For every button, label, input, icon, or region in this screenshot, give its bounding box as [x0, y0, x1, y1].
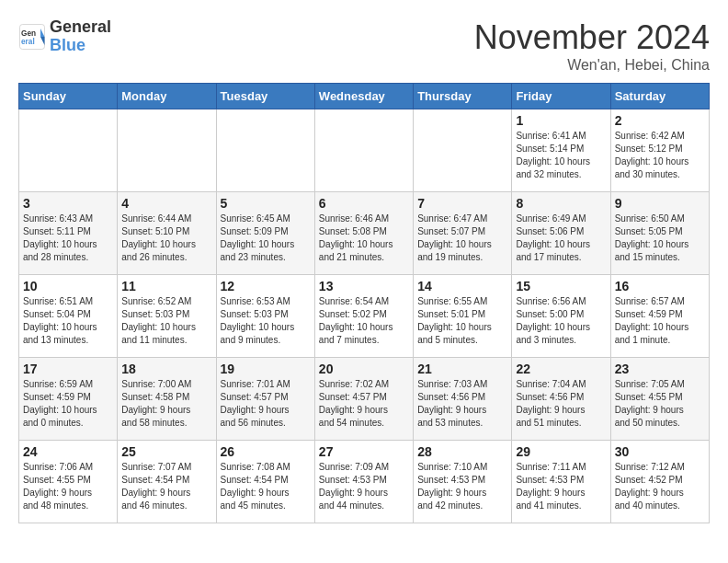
- day-info: Sunrise: 6:59 AM Sunset: 4:59 PM Dayligh…: [23, 378, 113, 430]
- day-cell: 15Sunrise: 6:56 AM Sunset: 5:00 PM Dayli…: [512, 275, 610, 358]
- week-row-1: 1Sunrise: 6:41 AM Sunset: 5:14 PM Daylig…: [19, 109, 710, 192]
- day-number: 22: [516, 362, 606, 376]
- day-number: 29: [516, 444, 606, 459]
- day-cell: 6Sunrise: 6:46 AM Sunset: 5:08 PM Daylig…: [314, 192, 413, 275]
- day-cell: 13Sunrise: 6:54 AM Sunset: 5:02 PM Dayli…: [314, 275, 413, 358]
- day-number: 20: [319, 362, 409, 376]
- day-info: Sunrise: 7:01 AM Sunset: 4:57 PM Dayligh…: [221, 378, 311, 430]
- day-number: 4: [121, 196, 211, 211]
- day-cell: 20Sunrise: 7:02 AM Sunset: 4:57 PM Dayli…: [314, 358, 413, 441]
- header-thursday: Thursday: [414, 84, 512, 109]
- day-cell: 4Sunrise: 6:44 AM Sunset: 5:10 PM Daylig…: [118, 192, 216, 275]
- day-cell: 7Sunrise: 6:47 AM Sunset: 5:07 PM Daylig…: [414, 192, 512, 275]
- day-cell: 21Sunrise: 7:03 AM Sunset: 4:56 PM Dayli…: [414, 358, 512, 441]
- day-number: 8: [516, 196, 606, 211]
- day-number: 2: [615, 113, 705, 128]
- day-info: Sunrise: 6:46 AM Sunset: 5:08 PM Dayligh…: [319, 213, 409, 264]
- day-number: 28: [417, 444, 507, 459]
- logo-text: General Blue: [50, 18, 111, 55]
- day-number: 27: [319, 444, 409, 459]
- day-info: Sunrise: 7:04 AM Sunset: 4:56 PM Dayligh…: [516, 378, 606, 430]
- day-cell: 26Sunrise: 7:08 AM Sunset: 4:54 PM Dayli…: [216, 441, 314, 523]
- day-number: 16: [615, 279, 705, 293]
- day-cell: 5Sunrise: 6:45 AM Sunset: 5:09 PM Daylig…: [216, 192, 314, 275]
- day-info: Sunrise: 6:56 AM Sunset: 5:00 PM Dayligh…: [516, 295, 606, 347]
- day-number: 3: [23, 196, 113, 211]
- day-cell: [314, 109, 413, 192]
- day-number: 21: [417, 362, 507, 376]
- day-info: Sunrise: 6:51 AM Sunset: 5:04 PM Dayligh…: [23, 295, 113, 347]
- day-cell: 29Sunrise: 7:11 AM Sunset: 4:53 PM Dayli…: [512, 441, 610, 523]
- day-number: 5: [221, 196, 311, 211]
- header-monday: Monday: [118, 84, 216, 109]
- day-cell: 16Sunrise: 6:57 AM Sunset: 4:59 PM Dayli…: [610, 275, 709, 358]
- location: Wen'an, Hebei, China: [474, 57, 710, 74]
- day-cell: [216, 109, 314, 192]
- day-cell: 2Sunrise: 6:42 AM Sunset: 5:12 PM Daylig…: [610, 109, 709, 192]
- logo-icon: Gen eral: [18, 23, 46, 51]
- day-cell: 24Sunrise: 7:06 AM Sunset: 4:55 PM Dayli…: [19, 441, 118, 523]
- page-header: Gen eral General Blue November 2024 Wen'…: [18, 18, 710, 74]
- header-sunday: Sunday: [19, 84, 118, 109]
- day-number: 23: [615, 362, 705, 376]
- day-cell: [414, 109, 512, 192]
- day-cell: 12Sunrise: 6:53 AM Sunset: 5:03 PM Dayli…: [216, 275, 314, 358]
- day-number: 18: [121, 362, 211, 376]
- day-cell: 14Sunrise: 6:55 AM Sunset: 5:01 PM Dayli…: [414, 275, 512, 358]
- day-info: Sunrise: 7:00 AM Sunset: 4:58 PM Dayligh…: [121, 378, 211, 430]
- week-row-2: 3Sunrise: 6:43 AM Sunset: 5:11 PM Daylig…: [19, 192, 710, 275]
- day-cell: 19Sunrise: 7:01 AM Sunset: 4:57 PM Dayli…: [216, 358, 314, 441]
- week-row-3: 10Sunrise: 6:51 AM Sunset: 5:04 PM Dayli…: [19, 275, 710, 358]
- week-row-4: 17Sunrise: 6:59 AM Sunset: 4:59 PM Dayli…: [19, 358, 710, 441]
- svg-text:eral: eral: [21, 37, 35, 45]
- day-info: Sunrise: 7:11 AM Sunset: 4:53 PM Dayligh…: [516, 461, 606, 512]
- day-cell: 10Sunrise: 6:51 AM Sunset: 5:04 PM Dayli…: [19, 275, 118, 358]
- day-cell: 22Sunrise: 7:04 AM Sunset: 4:56 PM Dayli…: [512, 358, 610, 441]
- day-number: 1: [516, 113, 606, 128]
- day-info: Sunrise: 6:42 AM Sunset: 5:12 PM Dayligh…: [615, 130, 705, 181]
- day-cell: 1Sunrise: 6:41 AM Sunset: 5:14 PM Daylig…: [512, 109, 610, 192]
- month-title: November 2024: [474, 18, 710, 57]
- day-number: 25: [121, 444, 211, 459]
- day-info: Sunrise: 7:10 AM Sunset: 4:53 PM Dayligh…: [417, 461, 507, 512]
- day-info: Sunrise: 7:07 AM Sunset: 4:54 PM Dayligh…: [121, 461, 211, 512]
- header-saturday: Saturday: [610, 84, 709, 109]
- day-number: 11: [121, 279, 211, 293]
- day-info: Sunrise: 6:43 AM Sunset: 5:11 PM Dayligh…: [23, 213, 113, 264]
- day-cell: 3Sunrise: 6:43 AM Sunset: 5:11 PM Daylig…: [19, 192, 118, 275]
- calendar-header-row: SundayMondayTuesdayWednesdayThursdayFrid…: [19, 84, 710, 109]
- day-info: Sunrise: 6:49 AM Sunset: 5:06 PM Dayligh…: [516, 213, 606, 264]
- day-number: 13: [319, 279, 409, 293]
- day-info: Sunrise: 7:12 AM Sunset: 4:52 PM Dayligh…: [615, 461, 705, 512]
- day-number: 19: [221, 362, 311, 376]
- day-cell: 30Sunrise: 7:12 AM Sunset: 4:52 PM Dayli…: [610, 441, 709, 523]
- day-info: Sunrise: 6:54 AM Sunset: 5:02 PM Dayligh…: [319, 295, 409, 347]
- svg-text:Gen: Gen: [21, 29, 36, 37]
- day-info: Sunrise: 6:47 AM Sunset: 5:07 PM Dayligh…: [417, 213, 507, 264]
- day-cell: 11Sunrise: 6:52 AM Sunset: 5:03 PM Dayli…: [118, 275, 216, 358]
- day-info: Sunrise: 6:44 AM Sunset: 5:10 PM Dayligh…: [121, 213, 211, 264]
- day-number: 24: [23, 444, 113, 459]
- day-info: Sunrise: 7:02 AM Sunset: 4:57 PM Dayligh…: [319, 378, 409, 430]
- day-cell: 23Sunrise: 7:05 AM Sunset: 4:55 PM Dayli…: [610, 358, 709, 441]
- day-info: Sunrise: 7:08 AM Sunset: 4:54 PM Dayligh…: [221, 461, 311, 512]
- day-info: Sunrise: 6:45 AM Sunset: 5:09 PM Dayligh…: [221, 213, 311, 264]
- header-tuesday: Tuesday: [216, 84, 314, 109]
- day-info: Sunrise: 6:55 AM Sunset: 5:01 PM Dayligh…: [417, 295, 507, 347]
- week-row-5: 24Sunrise: 7:06 AM Sunset: 4:55 PM Dayli…: [19, 441, 710, 523]
- day-cell: 9Sunrise: 6:50 AM Sunset: 5:05 PM Daylig…: [610, 192, 709, 275]
- day-cell: 27Sunrise: 7:09 AM Sunset: 4:53 PM Dayli…: [314, 441, 413, 523]
- day-info: Sunrise: 6:57 AM Sunset: 4:59 PM Dayligh…: [615, 295, 705, 347]
- day-cell: [118, 109, 216, 192]
- day-number: 7: [417, 196, 507, 211]
- day-number: 6: [319, 196, 409, 211]
- day-cell: 25Sunrise: 7:07 AM Sunset: 4:54 PM Dayli…: [118, 441, 216, 523]
- day-number: 9: [615, 196, 705, 211]
- header-wednesday: Wednesday: [314, 84, 413, 109]
- day-info: Sunrise: 6:50 AM Sunset: 5:05 PM Dayligh…: [615, 213, 705, 264]
- day-number: 26: [221, 444, 311, 459]
- day-info: Sunrise: 7:05 AM Sunset: 4:55 PM Dayligh…: [615, 378, 705, 430]
- day-cell: 17Sunrise: 6:59 AM Sunset: 4:59 PM Dayli…: [19, 358, 118, 441]
- day-info: Sunrise: 7:06 AM Sunset: 4:55 PM Dayligh…: [23, 461, 113, 512]
- day-cell: 8Sunrise: 6:49 AM Sunset: 5:06 PM Daylig…: [512, 192, 610, 275]
